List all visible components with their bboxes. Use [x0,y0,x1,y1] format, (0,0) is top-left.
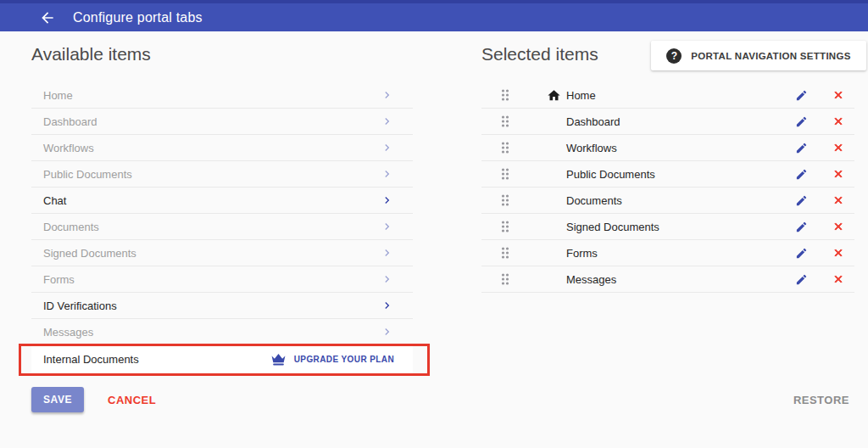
portal-navigation-settings-button[interactable]: ? PORTAL NAVIGATION SETTINGS [651,41,866,70]
chevron-right-icon [381,325,394,339]
chevron-right-icon [381,246,394,260]
selected-item-label: Signed Documents [566,221,659,233]
drag-handle-icon[interactable] [500,220,510,233]
available-items-panel: Available items Home Dashboard Workflows… [31,42,413,373]
save-button[interactable]: SAVE [31,387,84,412]
available-item-dashboard: Dashboard [31,109,413,135]
help-question-icon: ? [666,48,682,64]
available-items-heading: Available items [31,42,413,66]
available-item-internal-documents: Internal Documents UPGRADE YOUR PLAN [31,345,413,373]
available-item-documents: Documents [31,214,413,240]
available-item-home: Home [31,82,413,109]
available-item-workflows: Workflows [31,135,413,161]
available-item-label: Chat [43,194,66,207]
available-item-label: Forms [43,273,75,286]
available-item-public-documents: Public Documents [31,161,413,188]
app-bar: Configure portal tabs [0,0,868,31]
remove-x-icon[interactable] [832,168,844,180]
remove-x-icon[interactable] [832,221,844,232]
page-title: Configure portal tabs [73,10,203,25]
available-item-label: Messages [43,326,93,339]
remove-x-icon[interactable] [832,247,844,259]
drag-handle-icon[interactable] [500,167,510,181]
selected-item-signed-documents: Signed Documents [481,214,854,240]
available-item-label: Dashboard [43,115,97,128]
available-item-label: Public Documents [43,168,132,181]
available-item-chat[interactable]: Chat [31,188,413,214]
drag-handle-icon[interactable] [500,141,510,154]
selected-item-label: Documents [566,194,622,207]
remove-x-icon[interactable] [832,273,844,285]
edit-pencil-icon[interactable] [795,115,808,128]
edit-pencil-icon[interactable] [795,273,808,286]
selected-items-panel: Selected items Home Dashboard Workflows [481,42,854,293]
selected-item-public-documents: Public Documents [481,161,854,188]
selected-item-label: Forms [566,247,598,260]
selected-item-label: Home [566,89,596,102]
drag-handle-icon[interactable] [500,88,510,102]
drag-handle-icon[interactable] [500,193,510,207]
edit-pencil-icon[interactable] [795,89,808,102]
chevron-right-icon [381,167,394,181]
chevron-right-icon [381,141,394,154]
chevron-right-icon [381,193,394,207]
drag-handle-icon[interactable] [500,246,510,260]
available-item-messages: Messages [31,319,413,345]
selected-item-label: Dashboard [566,115,620,128]
crown-icon [270,352,287,366]
available-item-label: Signed Documents [43,247,136,260]
selected-item-label: Public Documents [566,168,655,181]
available-item-id-verifications[interactable]: ID Verifications [31,293,413,319]
selected-item-label: Workflows [566,142,617,154]
chevron-right-icon [381,299,394,312]
edit-pencil-icon[interactable] [795,194,808,207]
drag-handle-icon[interactable] [500,115,510,128]
edit-pencil-icon[interactable] [795,247,808,260]
cancel-button[interactable]: CANCEL [108,394,156,406]
available-item-forms: Forms [31,266,413,293]
edit-pencil-icon[interactable] [795,168,808,181]
configure-portal-tabs-page: Configure portal tabs Available items Ho… [0,0,868,448]
available-item-label: ID Verifications [43,300,117,312]
remove-x-icon[interactable] [832,115,844,127]
available-item-label: Home [43,89,73,102]
chevron-right-icon [381,272,394,286]
portal-navigation-settings-label: PORTAL NAVIGATION SETTINGS [691,51,850,61]
available-item-signed-documents: Signed Documents [31,240,413,266]
available-item-label: Workflows [43,142,94,154]
selected-items-list: Home Dashboard Workflows [481,82,854,293]
selected-item-documents: Documents [481,188,854,214]
upgrade-your-plan-link[interactable]: UPGRADE YOUR PLAN [270,352,394,366]
selected-item-workflows: Workflows [481,135,854,161]
selected-item-home: Home [481,82,854,109]
available-items-list: Home Dashboard Workflows Public Document… [31,82,413,373]
back-arrow-icon[interactable] [37,8,58,28]
selected-item-dashboard: Dashboard [481,109,854,135]
remove-x-icon[interactable] [832,142,844,154]
remove-x-icon[interactable] [832,194,844,206]
selected-item-label: Messages [566,273,616,286]
remove-x-icon[interactable] [832,89,844,101]
edit-pencil-icon[interactable] [795,221,808,233]
chevron-right-icon [381,220,394,233]
chevron-right-icon [381,115,394,128]
selected-item-messages: Messages [481,266,854,293]
chevron-right-icon [381,88,394,102]
edit-pencil-icon[interactable] [795,142,808,154]
home-icon [547,88,566,103]
available-item-label: Documents [43,221,99,233]
selected-item-forms: Forms [481,240,854,266]
available-item-label: Internal Documents [43,353,139,366]
drag-handle-icon[interactable] [500,272,510,286]
upgrade-your-plan-label: UPGRADE YOUR PLAN [294,355,394,364]
restore-button[interactable]: RESTORE [793,394,849,406]
